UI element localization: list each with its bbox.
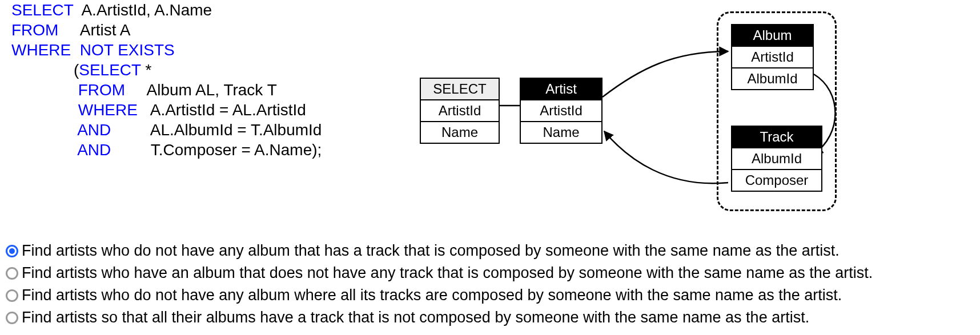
option-1[interactable]: Find artists who do not have any album t… (6, 240, 873, 262)
select-col-name: Name (421, 121, 499, 143)
option-2[interactable]: Find artists who have an album that does… (6, 262, 873, 284)
artist-box: Artist ArtistId Name (520, 78, 603, 144)
select-box: SELECT ArtistId Name (420, 78, 500, 144)
kw-where-inner: WHERE (78, 101, 138, 119)
paren: ( (74, 61, 79, 79)
radio-icon[interactable] (6, 267, 18, 280)
album-box: Album ArtistId AlbumId (731, 24, 814, 90)
sql-text: Album AL, Track T (147, 81, 277, 99)
kw-select: SELECT (11, 1, 73, 19)
kw-where: WHERE (11, 41, 71, 59)
option-4[interactable]: Find artists so that all their albums ha… (6, 306, 873, 329)
kw-and-1: AND (77, 121, 111, 139)
option-1-label: Find artists who do not have any album t… (22, 240, 840, 262)
option-4-label: Find artists so that all their albums ha… (22, 306, 809, 329)
schema-diagram: SELECT ArtistId Name Artist ArtistId Nam… (417, 11, 857, 217)
sql-text: A.ArtistId, A.Name (81, 1, 212, 19)
artist-header: Artist (521, 79, 601, 99)
kw-from: FROM (11, 21, 58, 39)
track-col-composer: Composer (732, 169, 821, 191)
track-col-albumid: AlbumId (732, 147, 821, 169)
album-col-artistid: ArtistId (732, 46, 813, 67)
sql-text: AL.AlbumId = T.AlbumId (150, 121, 322, 139)
option-3[interactable]: Find artists who do not have any album w… (6, 284, 873, 306)
radio-icon[interactable] (6, 312, 18, 324)
option-3-label: Find artists who do not have any album w… (22, 284, 842, 306)
kw-select-inner: SELECT (79, 61, 140, 79)
radio-icon[interactable] (6, 245, 18, 257)
sql-text: Artist A (80, 21, 131, 39)
kw-not-exists: NOT EXISTS (80, 41, 175, 59)
artist-col-name: Name (521, 121, 601, 143)
sql-code-block: SELECT A.ArtistId, A.Name FROM Artist A … (11, 0, 322, 160)
option-2-label: Find artists who have an album that does… (22, 262, 873, 284)
select-header: SELECT (421, 79, 499, 99)
album-col-albumid: AlbumId (732, 67, 813, 89)
track-header: Track (732, 127, 821, 147)
sql-text: A.ArtistId = AL.ArtistId (150, 101, 306, 119)
sql-text: * (145, 61, 151, 79)
sql-text: T.Composer = A.Name); (151, 141, 322, 159)
kw-from-inner: FROM (78, 81, 125, 99)
answer-options: Find artists who do not have any album t… (6, 240, 873, 329)
album-header: Album (732, 25, 813, 46)
artist-col-artistid: ArtistId (521, 99, 601, 121)
track-box: Track AlbumId Composer (731, 126, 822, 192)
radio-icon[interactable] (6, 289, 18, 302)
kw-and-2: AND (77, 141, 111, 159)
select-col-artistid: ArtistId (421, 99, 499, 121)
